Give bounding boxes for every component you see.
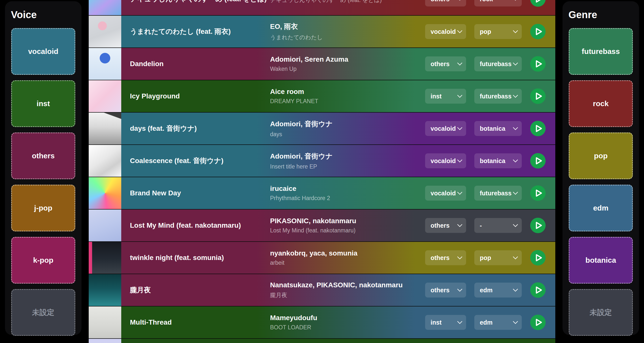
play-button[interactable] xyxy=(530,153,546,169)
track-meta: Adomiori, 音街ウナInsert title here EP xyxy=(270,152,333,170)
track-album: Lost My Mind (feat. nakotanmaru) xyxy=(270,227,356,234)
genre-tag-button[interactable]: botanica xyxy=(569,237,633,284)
track-album: 朧月夜 xyxy=(270,291,403,299)
genre-select[interactable]: futurebass xyxy=(474,186,522,201)
track-artist: Mameyudoufu xyxy=(270,314,317,322)
voice-select-value: vocaloid xyxy=(430,157,456,165)
voice-select[interactable]: vocaloid xyxy=(425,153,466,168)
genre-select[interactable]: pop xyxy=(474,24,522,39)
play-button[interactable] xyxy=(530,250,546,265)
play-icon xyxy=(530,24,546,39)
play-button[interactable] xyxy=(530,121,546,136)
voice-select[interactable]: others xyxy=(425,57,466,71)
genre-select[interactable]: pop xyxy=(474,250,522,265)
album-art xyxy=(89,113,121,144)
genre-select[interactable]: rock xyxy=(474,0,522,7)
genre-select[interactable]: botanica xyxy=(474,121,522,136)
voice-tag-button[interactable]: others xyxy=(11,133,75,179)
chevron-down-icon xyxy=(513,189,518,195)
track-artist: irucaice xyxy=(270,185,330,193)
track-artist: Adomiori, 音街ウナ xyxy=(270,152,333,161)
track-title: Multi-Thread xyxy=(130,318,172,326)
tag-button-label: vocaloid xyxy=(28,47,58,56)
voice-select[interactable]: vocaloid xyxy=(425,121,466,136)
voice-tag-button[interactable]: j-pop xyxy=(11,185,75,231)
voice-select[interactable]: others xyxy=(425,0,466,7)
voice-select[interactable]: others xyxy=(425,250,466,265)
play-button[interactable] xyxy=(530,282,546,298)
voice-select-value: vocaloid xyxy=(430,190,456,197)
genre-panel: Genre futurebassrockpopedmbotanica未設定 xyxy=(562,1,639,335)
genre-select[interactable]: edm xyxy=(474,283,522,297)
track-row: Lost My Mind (feat. nakotanmaru)PIKASONI… xyxy=(89,209,555,241)
chevron-down-icon xyxy=(513,93,518,98)
genre-select-value: rock xyxy=(480,0,493,3)
play-icon xyxy=(530,315,546,330)
track-title: チキュウしんりゃくのすゝめ (feat. をとは) xyxy=(130,0,266,4)
track-meta: MameyudoufuBOOT LOADER xyxy=(270,314,317,331)
play-icon xyxy=(530,0,546,7)
voice-select[interactable]: others xyxy=(425,218,466,233)
track-row: days (feat. 音街ウナ)Adomiori, 音街ウナdaysvocal… xyxy=(89,112,555,144)
album-art xyxy=(89,274,121,306)
play-button[interactable] xyxy=(530,24,546,39)
voice-tag-button[interactable]: k-pop xyxy=(11,237,75,284)
track-row: twinkle night (feat. somunia)nyankobrq, … xyxy=(89,241,555,274)
album-art xyxy=(89,0,121,15)
album-art xyxy=(89,48,121,80)
voice-select[interactable]: others xyxy=(425,283,466,297)
play-icon xyxy=(530,185,546,201)
track-meta: nyankobrq, yaca, somuniaarbeit xyxy=(270,249,358,266)
chevron-down-icon xyxy=(513,254,518,259)
genre-select[interactable]: edm xyxy=(474,315,522,330)
genre-select[interactable]: futurebass xyxy=(474,89,522,104)
play-button[interactable] xyxy=(530,315,546,330)
genre-tag-button[interactable]: rock xyxy=(569,80,633,127)
genre-select-value: botanica xyxy=(480,125,505,132)
genre-select-value: pop xyxy=(480,254,491,261)
track-album: うまれたてのわたし xyxy=(270,34,323,41)
voice-tag-button[interactable]: vocaloid xyxy=(11,28,75,75)
album-art xyxy=(89,80,121,112)
genre-tag-button[interactable]: 未設定 xyxy=(569,289,633,336)
play-button[interactable] xyxy=(530,89,546,104)
play-button[interactable] xyxy=(530,56,546,72)
track-title: Lost My Mind (feat. nakotanmaru) xyxy=(130,221,241,229)
chevron-down-icon xyxy=(513,286,518,291)
play-button[interactable] xyxy=(530,185,546,201)
track-meta: Adomiori, 音街ウナdays xyxy=(270,119,333,138)
genre-tag-button[interactable]: edm xyxy=(569,185,633,231)
genre-tag-button[interactable]: pop xyxy=(569,133,633,179)
voice-select[interactable]: inst xyxy=(425,89,466,104)
tag-button-label: rock xyxy=(593,99,608,108)
tag-button-label: 未設定 xyxy=(590,307,612,318)
track-album: BOOT LOADER xyxy=(270,324,317,331)
track-title: Icy Playground xyxy=(130,92,180,100)
album-art xyxy=(89,16,121,48)
track-meta: EO, 雨衣うまれたてのわたし xyxy=(270,22,323,41)
voice-select[interactable]: vocaloid xyxy=(425,186,466,201)
track-row: チキュウしんりゃくのすゝめ (feat. をとは)チキュウしんりゃくのすゝめ (… xyxy=(89,0,555,15)
voice-select[interactable]: vocaloid xyxy=(425,24,466,39)
voice-tag-button[interactable]: inst xyxy=(11,80,75,127)
genre-select[interactable]: futurebass xyxy=(474,57,522,71)
play-button[interactable] xyxy=(530,218,546,233)
track-artist: Adomiori, Seren Azuma xyxy=(270,56,348,63)
voice-tag-button[interactable]: 未設定 xyxy=(11,289,75,336)
genre-select-value: botanica xyxy=(480,157,505,165)
chevron-down-icon xyxy=(513,125,518,130)
genre-tag-button[interactable]: futurebass xyxy=(569,28,633,75)
voice-select-value: vocaloid xyxy=(430,28,456,35)
chevron-down-icon xyxy=(457,28,462,33)
genre-select-value: edm xyxy=(480,286,492,294)
voice-select-value: inst xyxy=(430,319,442,326)
track-row: Brand New DayirucaicePrhythmatic Hardcor… xyxy=(89,177,555,209)
tag-button-label: futurebass xyxy=(582,47,620,56)
tag-button-label: k-pop xyxy=(33,256,54,264)
voice-select[interactable]: inst xyxy=(425,315,466,330)
genre-select[interactable]: - xyxy=(474,218,522,233)
play-button[interactable] xyxy=(530,0,546,7)
album-art xyxy=(89,177,121,209)
genre-select[interactable]: botanica xyxy=(474,153,522,168)
track-album: Insert title here EP xyxy=(270,163,333,170)
